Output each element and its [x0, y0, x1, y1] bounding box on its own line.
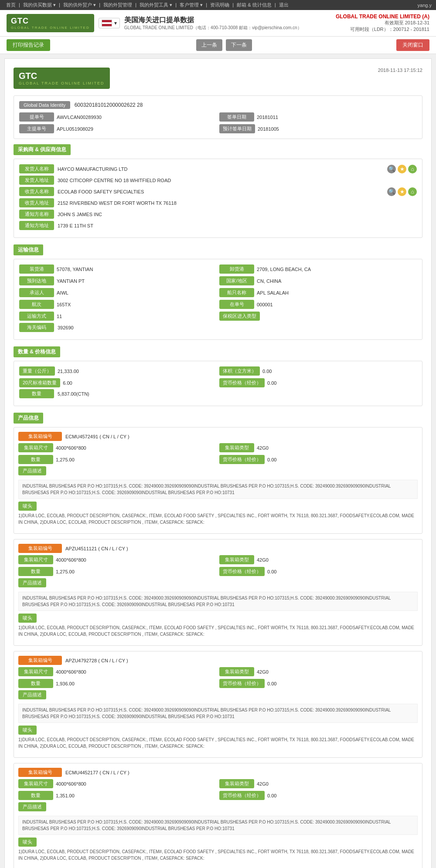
customs-code-row: 海关编码 392690	[19, 323, 417, 332]
p4-price-value: 0.00	[267, 793, 418, 798]
p4-desc-area: 产品描述 INDUSTRIAL BRUSHESAS PER P.O HO:107…	[18, 802, 418, 835]
p2-size-label: 集装箱尺寸	[18, 555, 53, 564]
p3-desc-label[interactable]: 产品描述	[18, 690, 46, 699]
nav-account[interactable]: 我的供外贸户 ▾	[63, 2, 96, 7]
p3-price-value: 0.00	[267, 681, 418, 686]
p3-desc-text: INDUSTRIAL BRUSHESAS PER P.O HO:107315;H…	[18, 704, 418, 723]
product3-grid: 集装箱尺寸 4000*606*800 集装箱类型 42G0 数量 1,936.0…	[18, 667, 418, 688]
p1-qty-label: 数量	[18, 455, 53, 464]
vessel-label: 船只名称	[219, 288, 254, 297]
product-item-1: 集装箱编号 ECMU4572491 ( CN / L / CY ) 集装箱尺寸 …	[14, 427, 422, 534]
p2-marks-label[interactable]: 唛头	[18, 614, 37, 623]
close-button[interactable]: 关闭窗口	[396, 39, 429, 51]
sign-date-row: 签单日期 20181011	[219, 112, 417, 122]
master-bill-row: 主提单号 APLU051908029	[19, 124, 217, 133]
product4-container-no-row: 集装箱编号 ECMU4452177 ( CN / L / CY )	[18, 768, 418, 777]
print-button[interactable]: 打印报告记录	[7, 39, 50, 51]
p1-desc-label[interactable]: 产品描述	[18, 466, 46, 475]
buyer-supplier-title: 采购商 & 供应商信息	[14, 144, 71, 155]
p4-qty-row: 数量 1,351.00	[18, 791, 217, 800]
shipper-home-icon[interactable]: ⌂	[408, 165, 417, 173]
p1-size-label: 集装箱尺寸	[18, 443, 53, 452]
p1-price-value: 0.00	[267, 457, 418, 462]
p2-size-row: 集装箱尺寸 4000*606*800	[18, 555, 217, 564]
p4-marks-label[interactable]: 唛头	[18, 837, 37, 847]
prev-button[interactable]: 上一条	[196, 39, 222, 51]
nav-supply-data[interactable]: 我的供买数据 ▾	[23, 2, 56, 7]
consignee-search-icon[interactable]: 🔍	[387, 187, 396, 196]
next-button[interactable]: 下一条	[226, 39, 252, 51]
p2-type-value: 42G0	[257, 557, 418, 563]
product4-container-no-label: 集装箱编号	[18, 768, 62, 777]
dest-port-label: 卸货港	[219, 264, 254, 274]
product1-grid: 集装箱尺寸 4000*606*800 集装箱类型 42G0 数量 1,275.0…	[18, 443, 418, 464]
price-value: 0.00	[267, 380, 417, 386]
nav-info[interactable]: 资讯明确	[210, 2, 229, 7]
p1-marks-label[interactable]: 唛头	[18, 502, 37, 511]
est-date-label: 预计签单日期	[219, 124, 255, 133]
p3-qty-label: 数量	[18, 679, 53, 688]
load-port-label: 装货港	[19, 264, 54, 274]
p1-type-label: 集装箱类型	[219, 443, 254, 452]
product1-container-no-row: 集装箱编号 ECMU4572491 ( CN / L / CY )	[18, 432, 418, 441]
p3-desc-area: 产品描述 INDUSTRIAL BRUSHESAS PER P.O HO:107…	[18, 690, 418, 723]
p3-type-value: 42G0	[257, 669, 418, 675]
p2-qty-label: 数量	[18, 567, 53, 576]
p2-size-value: 4000*606*800	[56, 557, 217, 563]
est-arrive-label: 预到达地	[19, 276, 54, 285]
volume-label: 体积（立方米）	[219, 366, 260, 376]
p3-marks-area: 唛头 1)DURA LOC, ECOLAB, PRODUCT DESCRIPTI…	[18, 726, 418, 749]
p3-size-label: 集装箱尺寸	[18, 667, 53, 676]
consignee-home-icon[interactable]: ⌂	[408, 187, 417, 196]
qty-value: 5,837.00(CTN)	[58, 391, 417, 397]
quantity-price-section: 数量 & 价格信息 重量（公斤） 21,333.00 体积（立方米） 0.00 …	[14, 346, 422, 406]
inbond-row: 在单号 000001	[219, 300, 417, 309]
nav-tools[interactable]: 我的外贸工具 ▾	[140, 2, 172, 7]
carrier-row: 承运人 AIWL	[19, 288, 217, 297]
weight-row: 重量（公斤） 21,333.00	[19, 366, 217, 376]
product2-container-no: APZU4511121 ( CN / L / CY )	[65, 546, 418, 551]
header-title-area: 美国海关进口提单数据 GLOBAL TRADE ONLINE LIMITED（电…	[124, 16, 302, 31]
consignee-name-label: 收货人名称	[19, 187, 54, 196]
shipper-star-icon[interactable]: ★	[398, 165, 406, 173]
user-name: yang.y	[418, 3, 432, 8]
price-label: 货币价格（经价）	[219, 378, 265, 387]
header-account-info: GLOBAL TRADE ONLINE LIMITED (A) 有效期至 201…	[336, 14, 429, 33]
quantity-price-title: 数量 & 价格信息	[14, 346, 60, 357]
shipper-name-label: 发货人名称	[19, 164, 54, 173]
p3-type-row: 集装箱类型 42G0	[219, 667, 418, 676]
consignee-name-row: 收货人名称 ECOLAB FOOD SAFETY SPECIALTIES 🔍 ★…	[19, 187, 417, 196]
site-logo: GTC GLOBAL TRADE ONLINE LIMITED	[7, 14, 94, 32]
language-selector[interactable]: ▾	[99, 18, 120, 28]
notify-name-value: JOHN S JAMES INC	[58, 212, 417, 217]
product-info-section: 产品信息 集装箱编号 ECMU4572491 ( CN / L / CY ) 集…	[14, 413, 422, 868]
global-id-value: 600320181012000002622 28	[75, 102, 143, 108]
insurance-row: 保税区进入类型	[219, 312, 417, 321]
nav-home[interactable]: 首页	[6, 2, 16, 7]
p2-desc-label[interactable]: 产品描述	[18, 578, 46, 587]
p2-qty-row: 数量 1,275.00	[18, 567, 217, 576]
nav-crm[interactable]: 客户管理 ▾	[180, 2, 203, 7]
shipper-search-icon[interactable]: 🔍	[387, 165, 396, 173]
top-nav-links[interactable]: 首页 | 我的供买数据 ▾ | 我的供外贸户 ▾ | 我的外贸管理 | 我的外贸…	[4, 2, 290, 8]
p3-qty-value: 1,936.00	[56, 681, 217, 686]
p1-desc-text: INDUSTRIAL BRUSHESAS PER P.O HO:107315;H…	[18, 480, 418, 499]
inbond-label: 在单号	[219, 300, 254, 309]
buyer-supplier-section: 采购商 & 供应商信息 发货人名称 HAYCO MANUFACTURING LT…	[14, 144, 422, 238]
p4-desc-label[interactable]: 产品描述	[18, 802, 46, 811]
nav-exit[interactable]: 退出	[279, 2, 289, 7]
consignee-star-icon[interactable]: ★	[398, 187, 406, 196]
nav-management[interactable]: 我的外贸管理	[103, 2, 132, 7]
bill-info-grid: 提单号 AWVLCAN00289930 签单日期 20181011 主提单号 A…	[19, 112, 417, 133]
bill-no-row: 提单号 AWVLCAN00289930	[19, 112, 217, 122]
p3-marks-label[interactable]: 唛头	[18, 726, 37, 735]
p4-marks-area: 唛头 1)DURA LOC, ECOLAB, PRODUCT DESCRIPTI…	[18, 837, 418, 861]
p2-qty-value: 1,275.00	[56, 569, 217, 574]
p3-size-value: 4000*606*800	[56, 669, 217, 675]
nav-stats[interactable]: 邮箱 & 统计信息	[237, 2, 271, 7]
product4-grid: 集装箱尺寸 4000*606*800 集装箱类型 42G0 数量 1,351.0…	[18, 779, 418, 800]
product1-container-no: ECMU4572491 ( CN / L / CY )	[65, 434, 418, 439]
p2-type-row: 集装箱类型 42G0	[219, 555, 418, 564]
shipper-addr-value: 3002 CITICORP CENTRE NO 18 WHITFIELD ROA…	[58, 178, 417, 183]
p1-qty-row: 数量 1,275.00	[18, 455, 217, 464]
